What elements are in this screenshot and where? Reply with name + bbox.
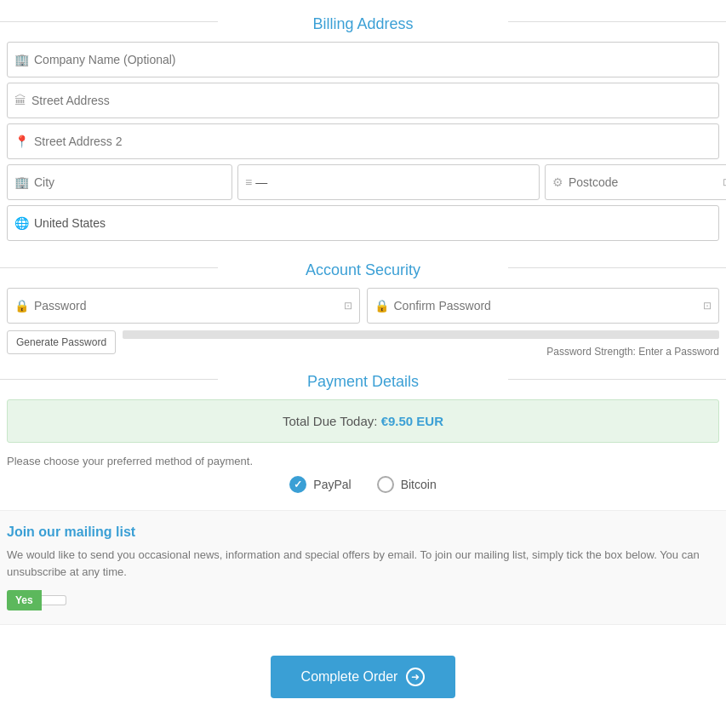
arrow-circle-icon: ➜ [406, 668, 425, 686]
password-wrapper: 🔒 ⊡ [7, 288, 360, 324]
total-due-box: Total Due Today: €9.50 EUR [7, 399, 719, 443]
complete-order-button[interactable]: Complete Order ➜ [271, 656, 456, 698]
payment-section: Payment Details Total Due Today: €9.50 E… [0, 358, 726, 493]
bitcoin-option[interactable]: Bitcoin [377, 476, 437, 493]
mailing-title-plain: Join our [7, 525, 65, 539]
street1-input[interactable] [26, 94, 712, 107]
mailing-toggle[interactable]: Yes [7, 590, 719, 610]
password-eye-icon[interactable]: ⊡ [344, 300, 352, 312]
building-icon: 🏢 [14, 53, 29, 66]
billing-section: Billing Address 🏢 🏛 📍 🏢 [0, 0, 726, 241]
bitcoin-radio[interactable] [377, 476, 394, 493]
bitcoin-label: Bitcoin [401, 478, 437, 491]
pin-icon: 📍 [14, 135, 29, 148]
security-section: Account Security 🔒 ⊡ 🔒 ⊡ Generate Passwo… [0, 246, 726, 358]
confirm-eye-icon[interactable]: ⊡ [703, 300, 712, 312]
state-wrapper[interactable]: ≡ — [237, 164, 540, 200]
state-icon: ≡ [245, 175, 252, 189]
globe-icon: 🌐 [14, 216, 29, 230]
total-amount: €9.50 EUR [381, 414, 443, 428]
mailing-title-highlight: mailing list [65, 525, 136, 539]
password-row: 🔒 ⊡ 🔒 ⊡ [7, 288, 719, 324]
confirm-lock-icon: 🔒 [374, 299, 389, 312]
street1-wrapper: 🏛 [7, 83, 719, 118]
postcode-icon: ⚙ [552, 175, 563, 189]
mailing-description: We would like to send you occasional new… [7, 547, 719, 580]
toggle-no-btn[interactable] [42, 595, 66, 605]
confirm-password-wrapper: 🔒 ⊡ [367, 288, 720, 324]
billing-title: Billing Address [0, 0, 726, 42]
company-wrapper: 🏢 [7, 42, 719, 77]
password-strength-bar [123, 330, 719, 339]
generate-strength-row: Generate Password Password Strength: Ent… [7, 330, 719, 358]
payment-choice-text: Please choose your preferred method of p… [7, 455, 719, 467]
country-wrapper[interactable]: 🌐 United States [7, 205, 719, 241]
password-input[interactable] [29, 299, 344, 312]
city-state-post-row: 🏢 ≡ — ⚙ ⊡ [7, 164, 719, 200]
payment-options: PayPal Bitcoin [7, 476, 719, 493]
password-strength-text: Password Strength: Enter a Password [123, 346, 719, 358]
mailing-section: Join our mailing list We would like to s… [0, 510, 726, 625]
generate-password-button[interactable]: Generate Password [7, 330, 116, 354]
paypal-label: PayPal [313, 478, 351, 491]
street2-input[interactable] [29, 135, 712, 148]
toggle-yes-btn[interactable]: Yes [7, 590, 42, 610]
city-wrapper: 🏢 [7, 164, 232, 200]
street-icon: 🏛 [14, 94, 26, 107]
postcode-wrapper: ⚙ ⊡ [545, 164, 726, 200]
city-icon: 🏢 [14, 175, 29, 189]
country-row: 🌐 United States [7, 205, 719, 241]
payment-title: Payment Details [0, 358, 726, 399]
paypal-option[interactable]: PayPal [289, 476, 351, 493]
total-label: Total Due Today: [283, 414, 377, 428]
company-row: 🏢 [7, 42, 719, 77]
street2-row: 📍 [7, 123, 719, 159]
state-select[interactable]: — [255, 175, 532, 189]
security-title: Account Security [0, 246, 726, 288]
lock-icon: 🔒 [14, 299, 29, 312]
complete-order-label: Complete Order [301, 669, 398, 685]
paypal-radio[interactable] [289, 476, 306, 493]
company-input[interactable] [29, 53, 712, 66]
confirm-password-input[interactable] [389, 299, 704, 312]
mailing-title: Join our mailing list [7, 525, 719, 540]
street2-wrapper: 📍 [7, 123, 719, 159]
postcode-input[interactable] [563, 175, 723, 189]
complete-order-section: Complete Order ➜ [0, 642, 726, 724]
city-input[interactable] [29, 175, 225, 189]
postcode-expand-icon[interactable]: ⊡ [723, 176, 726, 188]
country-select[interactable]: United States [34, 216, 712, 230]
password-strength-container: Password Strength: Enter a Password [123, 330, 719, 358]
street1-row: 🏛 [7, 83, 719, 118]
